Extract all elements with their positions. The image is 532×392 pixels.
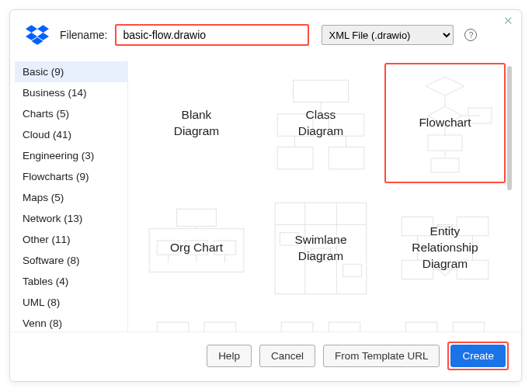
svg-rect-6 — [277, 147, 313, 168]
template-tile[interactable]: Org Chart — [136, 188, 257, 308]
template-tile[interactable] — [384, 313, 506, 331]
template-label: SwimlaneDiagram — [290, 232, 351, 265]
dialog-header: Filename: XML File (.drawio) ? — [10, 10, 521, 55]
help-button[interactable]: Help — [207, 345, 252, 367]
template-tile[interactable]: ClassDiagram — [260, 63, 381, 183]
create-button-highlight: Create — [447, 342, 509, 370]
sidebar-item[interactable]: Flowcharts (9) — [15, 166, 127, 187]
dialog-body: Basic (9)Business (14)Charts (5)Cloud (4… — [10, 55, 521, 331]
template-grid: BlankDiagramClassDiagramFlowchartOrg Cha… — [128, 60, 513, 331]
template-tile[interactable]: EntityRelationshipDiagram — [384, 188, 506, 308]
svg-rect-43 — [157, 322, 189, 331]
sidebar-item[interactable]: Business (14) — [15, 82, 127, 103]
svg-marker-8 — [426, 77, 464, 95]
sidebar-item[interactable]: Tables (4) — [15, 271, 127, 292]
template-label: ClassDiagram — [294, 107, 349, 140]
cancel-button[interactable]: Cancel — [259, 345, 315, 367]
sidebar-item[interactable]: UML (8) — [15, 292, 127, 313]
sidebar-item[interactable]: Basic (9) — [15, 61, 127, 82]
template-tile[interactable]: SwimlaneDiagram — [260, 188, 381, 308]
template-label: EntityRelationshipDiagram — [407, 224, 482, 272]
template-thumb — [390, 318, 500, 331]
template-label: Flowchart — [414, 115, 475, 131]
sidebar-item[interactable]: Venn (8) — [15, 313, 127, 331]
svg-rect-32 — [342, 264, 361, 276]
sidebar-item[interactable]: Software (8) — [15, 250, 127, 271]
svg-rect-48 — [453, 322, 485, 331]
help-icon[interactable]: ? — [464, 29, 477, 41]
template-label: BlankDiagram — [169, 107, 224, 140]
dropbox-icon — [26, 25, 49, 45]
template-tile[interactable] — [260, 313, 381, 331]
filename-label: Filename: — [60, 29, 107, 41]
template-area: BlankDiagramClassDiagramFlowchartOrg Cha… — [128, 60, 513, 331]
dialog-footer: Help Cancel From Template URL Create — [10, 331, 521, 381]
create-button[interactable]: Create — [450, 345, 506, 367]
scroll-thumb[interactable] — [507, 66, 512, 190]
sidebar-item[interactable]: Charts (5) — [15, 103, 127, 124]
filename-input[interactable] — [115, 24, 309, 46]
svg-rect-46 — [329, 322, 360, 331]
sidebar-item[interactable]: Maps (5) — [15, 187, 127, 208]
sidebar-item[interactable]: Engineering (3) — [15, 145, 127, 166]
filetype-select[interactable]: XML File (.drawio) — [322, 25, 454, 45]
template-thumb — [141, 318, 252, 331]
from-template-url-button[interactable]: From Template URL — [323, 345, 440, 367]
template-tile[interactable] — [136, 313, 257, 331]
category-sidebar: Basic (9)Business (14)Charts (5)Cloud (4… — [15, 60, 128, 331]
svg-rect-7 — [329, 147, 364, 168]
template-label: Org Chart — [165, 240, 228, 256]
template-thumb — [266, 318, 376, 331]
svg-rect-16 — [431, 158, 459, 172]
new-diagram-dialog: ✕ Filename: XML File (.drawio) ? Basic (… — [9, 9, 522, 382]
svg-rect-0 — [294, 80, 349, 102]
template-tile[interactable]: Flowchart — [384, 63, 506, 183]
svg-rect-14 — [428, 135, 462, 151]
sidebar-item[interactable]: Network (13) — [15, 208, 127, 229]
template-tile[interactable]: BlankDiagram — [136, 63, 257, 183]
svg-rect-45 — [281, 322, 313, 331]
sidebar-item[interactable]: Other (11) — [15, 229, 127, 250]
sidebar-item[interactable]: Cloud (41) — [15, 124, 127, 145]
svg-rect-18 — [177, 209, 217, 226]
svg-rect-44 — [204, 322, 236, 331]
scrollbar[interactable] — [507, 66, 512, 325]
close-icon[interactable]: ✕ — [503, 15, 513, 26]
svg-rect-47 — [405, 322, 437, 331]
